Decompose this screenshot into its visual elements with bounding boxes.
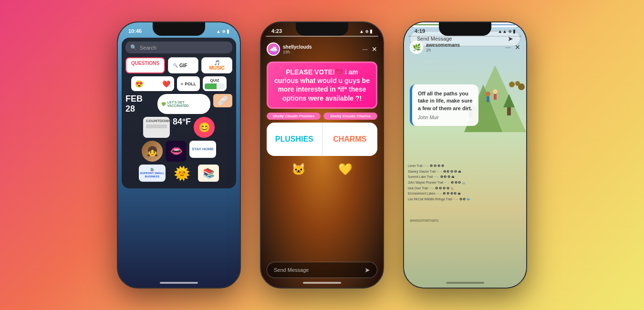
neon-icon: 👄 (170, 145, 183, 157)
quote-text: Off all the paths you take in life, make… (418, 90, 473, 112)
wifi-icon-2: ⌾ (365, 29, 368, 34)
svg-point-8 (493, 89, 498, 94)
cat-charm-icon: 🐱 (291, 163, 306, 176)
sun-sticker[interactable]: 🌞 (168, 165, 195, 182)
avatar-sticker[interactable]: 👧 (142, 141, 163, 162)
close-icon-3[interactable]: ✕ (515, 43, 520, 51)
quiz-label: QUIZ (205, 78, 225, 83)
countdown-sticker[interactable]: COUNTDOWN (143, 117, 170, 138)
questions-sticker-btn[interactable]: QUESTIONS (125, 57, 165, 73)
story-avatar-2: ☁️ (267, 42, 280, 56)
phone3-status-icons: ▲▲ ⌾ ▮ (498, 29, 516, 34)
phone2: 4:23 ▲ ⌾ ▮ ☁️ shellyclouds 18h ··· ✕ (260, 21, 384, 289)
story-header-3: 🌿 awesomemans 1h ··· ✕ (404, 39, 526, 56)
phone1-status-bar: 10:46 ▲ ⌾ ▮ (118, 22, 240, 36)
feb-date: FEB 28 (125, 94, 155, 114)
phone1-screen: 10:46 ▲ ⌾ ▮ 🔍 Search QUESTIONS 🔍 GIF 🎵 (118, 22, 240, 288)
svg-point-6 (486, 92, 490, 96)
sticker-row-1: QUESTIONS 🔍 GIF 🎵 MUSIC (125, 57, 232, 73)
wifi-icon: ⌾ (222, 29, 225, 34)
home-indicator-2 (303, 282, 341, 284)
svg-point-12 (518, 83, 525, 90)
story-user-details-3: awesomemans 1h (426, 42, 460, 52)
stay-home-label: STAY HOME (192, 147, 214, 152)
quiz-sticker[interactable]: QUIZ (203, 76, 227, 91)
home-indicator-3 (446, 282, 484, 284)
story-username-3: awesomemans (426, 42, 460, 48)
signal-icon: ▲ (216, 29, 221, 34)
vote-question-text: PLEASE VOTE!💗 i am curious what would u … (274, 68, 370, 102)
music-bars-icon: 🎵 (214, 60, 220, 65)
more-icon-3[interactable]: ··· (505, 43, 511, 51)
poll-sticker-btn[interactable]: ≡ POLL (177, 76, 200, 91)
trail-1: Loner Trail ···→ ❶ ❹ ❺ ❸ (408, 163, 522, 169)
send-icon-2[interactable]: ➤ (364, 266, 370, 274)
bag-icon: 🛍️ (150, 168, 155, 172)
phone2-status-bar: 4:23 ▲ ⌾ ▮ (261, 22, 383, 36)
story-avatar-3: 🌿 (410, 41, 423, 54)
gif-sticker-btn[interactable]: 🔍 GIF (168, 57, 199, 73)
phone2-time: 4:23 (271, 28, 282, 34)
search-icon: 🔍 (130, 44, 137, 51)
person-icon: 👧 (146, 145, 158, 157)
option1-label[interactable]: Shelly Clouds Plushies (267, 113, 321, 120)
more-icon[interactable]: ··· (362, 45, 368, 53)
selfie-sticker[interactable]: 😊 (194, 117, 215, 138)
svg-rect-7 (487, 96, 489, 102)
trail-4: John Wayne Pioneer Trail ···→ ❶ ❷ ❹ 🚲 (408, 180, 522, 186)
phone3-content: 4:19 ▲▲ ⌾ ▮ 🌿 awesomemans 1h (404, 22, 526, 56)
vote-question-box: PLEASE VOTE!💗 i am curious what would u … (267, 62, 377, 109)
countdown-label: COUNTDOWN (146, 119, 167, 123)
quote-box: Off all the paths you take in life, make… (410, 84, 478, 126)
progress-bar-1 (266, 36, 378, 37)
poll-icon: ≡ (181, 82, 183, 86)
story-user-details: shellyclouds 18h (283, 44, 312, 54)
reading-icon: 📚 (203, 167, 215, 179)
selfie-emoji: 😊 (198, 122, 210, 133)
story-time: 18h (283, 50, 312, 54)
quote-author: John Muir (418, 115, 473, 120)
send-msg-label-2: Send Message (274, 267, 309, 273)
trail-6: Enchantment Lakes ···→ ❶ ❹ ❺ ❸ 🏔 (408, 191, 522, 196)
music-sticker-btn[interactable]: 🎵 MUSIC (201, 57, 232, 73)
neon-sticker[interactable]: 👄 (166, 141, 187, 162)
reading-sticker[interactable]: 📚 (198, 165, 219, 182)
poll-charms-choice[interactable]: CHARMS (322, 123, 378, 156)
phone3: 4:19 ▲▲ ⌾ ▮ 🌿 awesomemans 1h (403, 21, 527, 289)
poll-choices: PLUSHIES CHARMS (267, 123, 377, 156)
trail-3: Summit Lake Trail ···→ ❶ ❸ ❹ 🏔 (408, 174, 522, 180)
poll-plushies-choice[interactable]: PLUSHIES (267, 123, 322, 156)
bandaid-sticker[interactable]: 🩹 (213, 94, 232, 107)
story-user-info: ☁️ shellyclouds 18h (267, 42, 312, 56)
trail-2: Stanley Glacier Trail ···→ ❷ ❸ ❹ ❺ 🏔 (408, 169, 522, 175)
heart-charm-icon: 💛 (338, 163, 353, 176)
sticker-search[interactable]: 🔍 Search (125, 41, 232, 53)
send-message-bar-2[interactable]: Send Message ➤ (267, 262, 377, 278)
heart-icon: 💚 (161, 102, 166, 106)
story-actions[interactable]: ··· ✕ (362, 45, 377, 53)
phone2-status-icons: ▲ ⌾ ▮ (359, 29, 373, 34)
phone1: 10:46 ▲ ⌾ ▮ 🔍 Search QUESTIONS 🔍 GIF 🎵 (117, 21, 241, 289)
story-user-3: 🌿 awesomemans 1h (410, 41, 460, 54)
support-small-biz-sticker[interactable]: 🛍️ SUPPORT SMALL BUSINESS (139, 165, 166, 182)
like-slider-sticker[interactable]: 😍 ··· ❤️ (131, 76, 174, 91)
account-name: awesomemans (410, 218, 439, 223)
phone1-status-icons: ▲ ⌾ ▮ (216, 29, 229, 34)
bandaid-icon: 🩹 (218, 95, 228, 106)
vaccinated-sticker-btn[interactable]: 💚 LET'S GET VACCINATED (157, 94, 210, 114)
option2-label[interactable]: Shelly Clouds Charms (323, 113, 377, 120)
stay-home-sticker[interactable]: STAY HOME (189, 141, 216, 158)
countdown-bar (146, 124, 167, 128)
signal-icon-3: ▲▲ (498, 29, 507, 34)
phone3-status-bar: 4:19 ▲▲ ⌾ ▮ (404, 22, 526, 36)
charm-decorations: 🐱 💛 (261, 159, 383, 180)
search-small-icon: 🔍 (173, 63, 178, 68)
close-icon[interactable]: ✕ (372, 45, 377, 53)
quiz-bar (205, 83, 225, 89)
story-header-2: ☁️ shellyclouds 18h ··· ✕ (261, 39, 383, 60)
battery-icon-3: ▮ (513, 29, 516, 34)
story-actions-3[interactable]: ··· ✕ (505, 43, 520, 51)
story-username: shellyclouds (283, 44, 312, 50)
phone2-screen: 4:23 ▲ ⌾ ▮ ☁️ shellyclouds 18h ··· ✕ (261, 22, 383, 288)
sticker-row-4: COUNTDOWN 84°F 😊 (125, 117, 232, 138)
